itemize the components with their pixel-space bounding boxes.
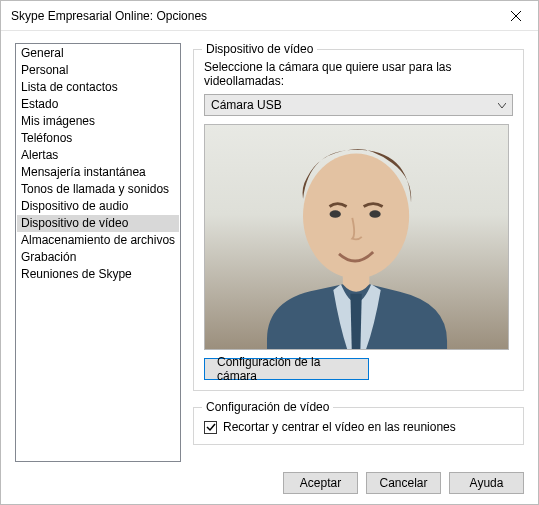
sidebar-item[interactable]: Alertas xyxy=(17,147,179,164)
video-device-group: Dispositivo de vídeo Seleccione la cámar… xyxy=(193,49,524,391)
sidebar-item[interactable]: General xyxy=(17,45,179,62)
window-title: Skype Empresarial Online: Opciones xyxy=(11,9,493,23)
sidebar-item-label: Mensajería instantánea xyxy=(21,165,146,179)
sidebar-item-label: Grabación xyxy=(21,250,76,264)
svg-point-4 xyxy=(370,210,381,218)
ok-button-label: Aceptar xyxy=(300,476,341,490)
sidebar-item-label: Lista de contactos xyxy=(21,80,118,94)
content-panel: Dispositivo de vídeo Seleccione la cámar… xyxy=(193,43,524,462)
camera-settings-button[interactable]: Configuración de la cámara xyxy=(204,358,369,380)
help-button-label: Ayuda xyxy=(470,476,504,490)
sidebar-item[interactable]: Dispositivo de vídeo xyxy=(17,215,179,232)
cancel-button-label: Cancelar xyxy=(379,476,427,490)
dialog-footer: Aceptar Cancelar Ayuda xyxy=(15,462,524,494)
sidebar-item[interactable]: Grabación xyxy=(17,249,179,266)
sidebar-item[interactable]: Almacenamiento de archivos xyxy=(17,232,179,249)
close-button[interactable] xyxy=(493,1,538,30)
sidebar-item[interactable]: Mensajería instantánea xyxy=(17,164,179,181)
sidebar-item[interactable]: Dispositivo de audio xyxy=(17,198,179,215)
video-settings-group: Configuración de vídeo Recortar y centra… xyxy=(193,407,524,445)
video-settings-group-title: Configuración de vídeo xyxy=(202,400,333,414)
camera-instruction: Seleccione la cámara que quiere usar par… xyxy=(204,60,513,88)
ok-button[interactable]: Aceptar xyxy=(283,472,358,494)
main-area: GeneralPersonalLista de contactosEstadoM… xyxy=(15,43,524,462)
video-device-group-title: Dispositivo de vídeo xyxy=(202,42,317,56)
sidebar-item-label: General xyxy=(21,46,64,60)
sidebar-item-label: Personal xyxy=(21,63,68,77)
dialog-body: GeneralPersonalLista de contactosEstadoM… xyxy=(1,31,538,504)
help-button[interactable]: Ayuda xyxy=(449,472,524,494)
cancel-button[interactable]: Cancelar xyxy=(366,472,441,494)
sidebar-item[interactable]: Personal xyxy=(17,62,179,79)
camera-preview xyxy=(204,124,509,350)
sidebar-item[interactable]: Mis imágenes xyxy=(17,113,179,130)
sidebar-item[interactable]: Teléfonos xyxy=(17,130,179,147)
crop-center-checkbox[interactable] xyxy=(204,421,217,434)
sidebar-item[interactable]: Lista de contactos xyxy=(17,79,179,96)
category-sidebar: GeneralPersonalLista de contactosEstadoM… xyxy=(15,43,181,462)
sidebar-item-label: Dispositivo de audio xyxy=(21,199,128,213)
sidebar-item[interactable]: Reuniones de Skype xyxy=(17,266,179,283)
sidebar-item-label: Tonos de llamada y sonidos xyxy=(21,182,169,196)
svg-point-3 xyxy=(330,210,341,218)
camera-settings-button-label: Configuración de la cámara xyxy=(217,355,356,383)
sidebar-item[interactable]: Tonos de llamada y sonidos xyxy=(17,181,179,198)
sidebar-item-label: Alertas xyxy=(21,148,58,162)
sidebar-item-label: Estado xyxy=(21,97,58,111)
check-icon xyxy=(206,422,216,432)
sidebar-item[interactable]: Estado xyxy=(17,96,179,113)
sidebar-item-label: Dispositivo de vídeo xyxy=(21,216,128,230)
crop-center-label: Recortar y centrar el vídeo en las reuni… xyxy=(223,420,456,434)
titlebar: Skype Empresarial Online: Opciones xyxy=(1,1,538,31)
sidebar-item-label: Teléfonos xyxy=(21,131,72,145)
camera-select[interactable]: Cámara USB xyxy=(204,94,513,116)
sidebar-item-label: Mis imágenes xyxy=(21,114,95,128)
sidebar-item-label: Almacenamiento de archivos xyxy=(21,233,175,247)
person-icon xyxy=(247,125,465,350)
close-icon xyxy=(511,11,521,21)
sidebar-item-label: Reuniones de Skype xyxy=(21,267,132,281)
camera-select-value: Cámara USB xyxy=(211,98,498,112)
options-dialog: Skype Empresarial Online: Opciones Gener… xyxy=(0,0,539,505)
chevron-down-icon xyxy=(498,98,506,112)
crop-center-row[interactable]: Recortar y centrar el vídeo en las reuni… xyxy=(204,418,513,434)
